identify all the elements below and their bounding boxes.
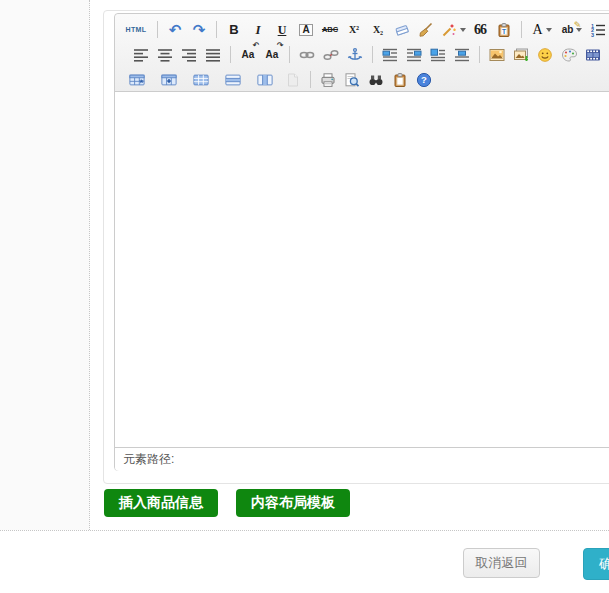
- table-rows-button[interactable]: [218, 69, 248, 90]
- toolbar-separator: [479, 46, 480, 63]
- table-columns-button[interactable]: [250, 69, 280, 90]
- paint-palette-icon: [561, 47, 577, 63]
- image-align-left-button[interactable]: [379, 44, 401, 65]
- batch-image-upload-button[interactable]: [510, 44, 532, 65]
- subscript-icon: X₂: [373, 25, 383, 35]
- align-right-button[interactable]: [178, 44, 200, 65]
- find-replace-icon: [368, 72, 384, 88]
- font-color-button[interactable]: A: [528, 19, 556, 40]
- help-icon: ?: [416, 72, 432, 88]
- image-align-right-button[interactable]: [403, 44, 425, 65]
- batch-image-upload-icon: [513, 47, 529, 63]
- dropdown-caret-icon: [460, 28, 466, 32]
- toolbar-separator: [157, 21, 158, 38]
- toolbar-separator: [216, 21, 217, 38]
- editor-toolbar: HTML↶↷BIUAABCX²X₂66TAab123 AaAa ?: [115, 14, 609, 92]
- change-case-lower-icon: Aa: [266, 50, 279, 60]
- blockquote-icon: 66: [474, 23, 486, 37]
- svg-text:T: T: [502, 27, 506, 34]
- anchor-icon: [347, 47, 363, 63]
- insert-link-button[interactable]: [296, 44, 318, 65]
- content-layout-template-button[interactable]: 内容布局模板: [236, 489, 350, 517]
- style-box-icon: A: [299, 24, 312, 36]
- change-case-upper-button[interactable]: Aa: [237, 44, 259, 65]
- table-cells-icon: [193, 72, 209, 88]
- align-right-icon: [181, 47, 197, 63]
- table-cells-button[interactable]: [186, 69, 216, 90]
- font-color-icon: A: [532, 23, 542, 37]
- superscript-button[interactable]: X²: [343, 19, 365, 40]
- toolbar-separator: [310, 71, 311, 88]
- format-brush-button[interactable]: [415, 19, 437, 40]
- align-left-button[interactable]: [130, 44, 152, 65]
- ordered-list-button[interactable]: 123: [588, 19, 609, 40]
- image-align-center-button[interactable]: [451, 44, 473, 65]
- toolbar-separator: [521, 21, 522, 38]
- style-box-button[interactable]: A: [295, 19, 317, 40]
- blockquote-button[interactable]: 66: [469, 19, 491, 40]
- subscript-button[interactable]: X₂: [367, 19, 389, 40]
- insert-image-button[interactable]: [486, 44, 508, 65]
- align-center-button[interactable]: [154, 44, 176, 65]
- eraser-button[interactable]: [391, 19, 413, 40]
- paste-as-text-button[interactable]: T: [493, 19, 515, 40]
- insert-image-icon: [489, 47, 505, 63]
- element-path-statusbar: 元素路径:: [115, 447, 609, 471]
- redo-button[interactable]: ↷: [188, 19, 210, 40]
- image-align-inline-icon: [430, 47, 446, 63]
- image-align-inline-button[interactable]: [427, 44, 449, 65]
- paint-palette-button[interactable]: [558, 44, 580, 65]
- unlink-button[interactable]: [320, 44, 342, 65]
- underline-button[interactable]: U: [271, 19, 293, 40]
- align-left-icon: [133, 47, 149, 63]
- svg-text:?: ?: [421, 74, 427, 85]
- preview-icon: [344, 72, 360, 88]
- strikethrough-button[interactable]: ABC: [319, 19, 341, 40]
- align-justify-button[interactable]: [202, 44, 224, 65]
- svg-text:3: 3: [591, 31, 594, 37]
- dropdown-caret-icon: [546, 28, 552, 32]
- table-template-button[interactable]: [154, 69, 184, 90]
- align-center-icon: [157, 47, 173, 63]
- emoticon-button[interactable]: [534, 44, 556, 65]
- highlight-color-button[interactable]: ab: [558, 19, 586, 40]
- html-source-button[interactable]: HTML: [121, 19, 151, 40]
- paste-as-text-icon: T: [496, 22, 512, 38]
- print-icon: [320, 72, 336, 88]
- toolbar-row-1: HTML↶↷BIUAABCX²X₂66TAab123: [115, 17, 609, 42]
- anchor-button[interactable]: [344, 44, 366, 65]
- preview-button[interactable]: [341, 69, 363, 90]
- italic-button[interactable]: I: [247, 19, 269, 40]
- table-columns-icon: [257, 72, 273, 88]
- magic-wand-icon: [441, 22, 457, 38]
- editor-canvas[interactable]: [115, 92, 609, 447]
- unlink-icon: [323, 47, 339, 63]
- paste-clipboard-button[interactable]: [389, 69, 411, 90]
- print-button[interactable]: [317, 69, 339, 90]
- insert-media-icon: [585, 47, 601, 63]
- page-break-icon: [285, 72, 301, 88]
- confirm-button[interactable]: 确认: [583, 548, 609, 580]
- bold-button[interactable]: B: [223, 19, 245, 40]
- element-path-label: 元素路径:: [123, 452, 174, 466]
- change-case-upper-icon: Aa: [242, 50, 255, 60]
- change-case-lower-button[interactable]: Aa: [261, 44, 283, 65]
- toolbar-row-2: AaAa: [115, 42, 609, 67]
- html-source-icon: HTML: [125, 26, 146, 33]
- insert-table-icon: [129, 72, 145, 88]
- left-label-column: [0, 0, 90, 530]
- insert-table-button[interactable]: [122, 69, 152, 90]
- image-align-center-icon: [454, 47, 470, 63]
- image-align-right-icon: [406, 47, 422, 63]
- find-replace-button[interactable]: [365, 69, 387, 90]
- help-button[interactable]: ?: [413, 69, 435, 90]
- strikethrough-icon: ABC: [322, 26, 338, 34]
- undo-button[interactable]: ↶: [164, 19, 186, 40]
- magic-wand-button[interactable]: [439, 19, 467, 40]
- paste-clipboard-icon: [392, 72, 408, 88]
- toolbar-row-3: ?: [115, 67, 609, 92]
- insert-media-button[interactable]: [582, 44, 604, 65]
- insert-product-info-button[interactable]: 插入商品信息: [104, 489, 218, 517]
- cancel-return-button[interactable]: 取消返回: [463, 548, 540, 578]
- eraser-icon: [394, 22, 410, 38]
